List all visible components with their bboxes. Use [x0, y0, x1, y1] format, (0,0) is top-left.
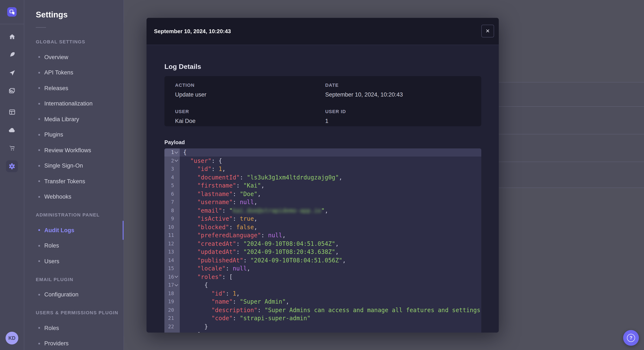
code-token: [183, 157, 190, 164]
nav-section-header: EMAIL PLUGIN: [36, 276, 124, 283]
line-number-gutter: 9: [164, 214, 180, 223]
sidebar-item-review-workflows[interactable]: Review Workflows: [36, 143, 124, 158]
code-line: 23 ],: [164, 331, 481, 333]
close-button[interactable]: ✕: [481, 25, 494, 37]
detail-label: DATE: [325, 82, 481, 87]
code-line: 4 "documentId": "ls3uk3g1xm4ltdrdugzajg0…: [164, 173, 481, 181]
rail-item-cloud[interactable]: [0, 121, 24, 139]
sidebar-item-roles[interactable]: Roles: [36, 238, 124, 253]
sidebar-item-single-sign-on[interactable]: Single Sign-On: [36, 158, 124, 174]
code-text: "roles": [: [180, 273, 481, 281]
code-token: "roles": [197, 273, 222, 280]
code-token: ,: [325, 207, 328, 214]
sidebar-item-configuration[interactable]: Configuration: [36, 287, 124, 302]
code-text: "lastname": "Doe",: [180, 190, 481, 198]
code-token: [183, 290, 212, 297]
code-token: ,: [258, 190, 261, 197]
sidebar-item-api-tokens[interactable]: API Tokens: [36, 65, 124, 80]
code-token: ": [229, 207, 233, 214]
code-token: :: [233, 190, 240, 197]
sidebar-item-media-library[interactable]: Media Library: [36, 111, 124, 127]
code-token: :: [233, 199, 240, 206]
code-token: "createdAt": [197, 240, 236, 247]
rail-item-deploy[interactable]: [0, 64, 24, 82]
code-token: [183, 249, 197, 255]
workspace-button[interactable]: [0, 0, 24, 24]
sidebar-item-audit-logs[interactable]: Audit Logs: [36, 222, 124, 238]
sidebar-item-label: Media Library: [44, 116, 79, 123]
code-token: ": [321, 207, 325, 214]
line-number-gutter: 8: [164, 206, 180, 214]
payload-code-viewer[interactable]: 1{2 "user": {3 "id": 1,4 "documentId": "…: [164, 148, 481, 333]
sidebar-item-roles[interactable]: Roles: [36, 320, 124, 336]
code-token: :: [258, 307, 264, 313]
code-token: ,: [261, 182, 265, 189]
sidebar-item-webhooks[interactable]: Webhooks: [36, 189, 124, 204]
sidebar-item-label: Users: [44, 258, 60, 265]
code-token: [183, 298, 212, 305]
code-token: [183, 190, 197, 197]
code-token: ],: [183, 332, 204, 333]
sidebar-item-releases[interactable]: Releases: [36, 80, 124, 96]
code-token: false: [236, 224, 254, 230]
code-line: 14 "publishedAt": "2024-09-10T08:04:51.0…: [164, 256, 481, 264]
nav-section: EMAIL PLUGINConfiguration: [36, 276, 124, 302]
code-token: [183, 307, 212, 313]
sidebar-item-overview[interactable]: Overview: [36, 49, 124, 65]
line-number: 3: [171, 166, 174, 172]
line-number-gutter: 16: [164, 273, 180, 281]
fold-chevron-icon[interactable]: [174, 151, 178, 154]
code-token: : {: [212, 157, 222, 164]
code-token: "code": [212, 315, 233, 322]
code-token: [183, 265, 197, 272]
code-text: "firstname": "Kai",: [180, 181, 481, 190]
code-line: 9 "isActive": true,: [164, 214, 481, 223]
code-token: "user": [190, 157, 212, 164]
nav-section: ADMINISTRATION PANELAudit LogsRolesUsers: [36, 211, 124, 269]
sidebar-item-providers[interactable]: Providers: [36, 336, 124, 350]
code-token: "username": [197, 199, 232, 206]
detail-cell-date: DATESeptember 10, 2024, 10:20:43: [325, 82, 481, 100]
line-number-gutter: 22: [164, 322, 180, 331]
sidebar-item-label: Internationalization: [44, 101, 93, 107]
code-token: ,: [247, 265, 250, 272]
code-token: [183, 273, 197, 280]
rail-item-home[interactable]: [0, 28, 24, 46]
line-number: 23: [168, 332, 174, 333]
code-line: 5 "firstname": "Kai",: [164, 181, 481, 190]
rail-item-marketplace[interactable]: [0, 139, 24, 157]
code-token: [183, 182, 197, 189]
code-text: "code": "strapi-super-admin": [180, 314, 481, 322]
layout-icon: [6, 106, 18, 118]
line-number: 9: [171, 216, 174, 222]
rail-item-settings[interactable]: [0, 157, 24, 175]
code-token: [183, 315, 212, 322]
code-token: : [: [222, 273, 233, 280]
sidebar-item-transfer-tokens[interactable]: Transfer Tokens: [36, 174, 124, 189]
nav-section: GLOBAL SETTINGSOverviewAPI TokensRelease…: [36, 38, 124, 204]
code-text: "isActive": true,: [180, 214, 481, 223]
fold-chevron-icon[interactable]: [174, 275, 178, 279]
sidebar-item-plugins[interactable]: Plugins: [36, 127, 124, 143]
rail-item-media-library[interactable]: [0, 82, 24, 100]
code-token: {: [183, 149, 187, 156]
line-number-gutter: 12: [164, 239, 180, 248]
code-token: [183, 199, 197, 206]
fold-chevron-icon[interactable]: [174, 283, 178, 287]
sidebar-item-internationalization[interactable]: Internationalization: [36, 96, 124, 111]
sidebar-item-users[interactable]: Users: [36, 253, 124, 269]
code-token: "2024-09-10T08:04:51.056Z": [250, 257, 342, 264]
rail-item-content-manager[interactable]: [0, 103, 24, 121]
code-token: :: [229, 224, 236, 230]
fold-chevron-icon[interactable]: [174, 159, 178, 163]
code-token: "locale": [197, 265, 226, 272]
help-button[interactable]: ?: [623, 330, 639, 346]
code-token: null: [240, 199, 254, 206]
sidebar-item-label: Providers: [44, 341, 68, 347]
code-token: "2024-09-10T08:04:51.054Z": [243, 240, 335, 247]
rail-item-content-builder[interactable]: [0, 46, 24, 64]
sidebar-item-label: Roles: [44, 243, 59, 249]
user-avatar[interactable]: KD: [6, 332, 18, 345]
code-token: ,: [335, 240, 339, 247]
strapi-logo: [7, 7, 16, 16]
